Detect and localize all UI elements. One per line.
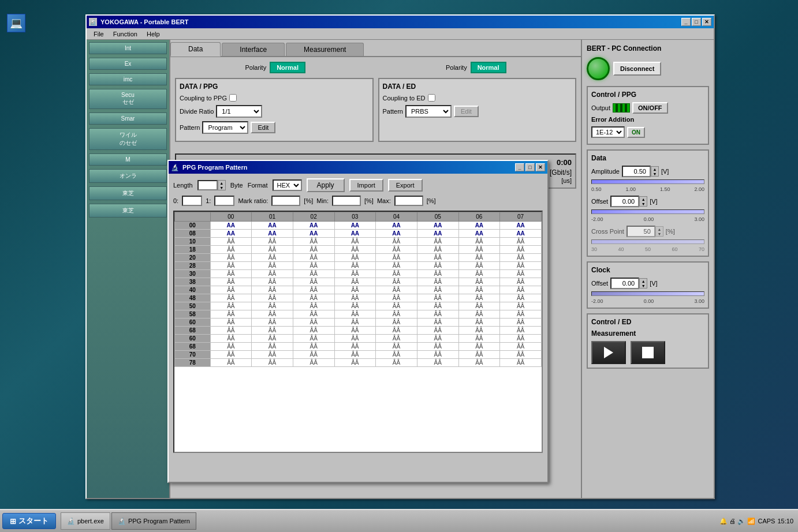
cell-6-4[interactable]: ÂÂ — [376, 270, 417, 278]
length-down[interactable]: ▼ — [218, 185, 225, 190]
cell-1-0[interactable]: AA — [210, 230, 252, 238]
cell-9-1[interactable]: ÂÂ — [252, 294, 293, 302]
ed-pattern-select[interactable]: PRBS — [405, 105, 452, 118]
cross-slider[interactable] — [591, 239, 704, 244]
cell-2-1[interactable]: ÂÂ — [252, 238, 293, 246]
cell-10-3[interactable]: ÂÂ — [334, 302, 376, 310]
divide-ratio-select[interactable]: 1/1 — [216, 105, 262, 118]
ed-edit-btn[interactable]: Edit — [454, 106, 479, 117]
cell-15-0[interactable]: ÂÂ — [210, 343, 252, 351]
cell-3-6[interactable]: ÂÂ — [458, 246, 500, 254]
tab-measurement[interactable]: Measurement — [286, 43, 364, 56]
cell-12-7[interactable]: ÂÂ — [500, 319, 542, 327]
cell-9-3[interactable]: ÂÂ — [334, 294, 376, 302]
menu-file[interactable]: File — [89, 29, 109, 39]
cell-9-6[interactable]: ÂÂ — [458, 294, 500, 302]
cell-15-5[interactable]: ÂÂ — [417, 343, 458, 351]
length-input[interactable]: 16 — [197, 180, 218, 190]
desktop-icon-1[interactable]: 💻 — [5, 12, 28, 36]
minimize-button[interactable]: _ — [681, 18, 691, 26]
cell-3-1[interactable]: ÂÂ — [252, 246, 293, 254]
cell-8-0[interactable]: ÂÂ — [210, 286, 252, 294]
cell-11-4[interactable]: ÂÂ — [376, 310, 417, 319]
cell-17-6[interactable]: ÂÂ — [458, 359, 500, 367]
cell-1-2[interactable]: AA — [293, 230, 334, 238]
cell-10-0[interactable]: ÂÂ — [210, 302, 252, 310]
cell-15-1[interactable]: ÂÂ — [252, 343, 293, 351]
pattern-grid[interactable]: 00 01 02 03 04 05 06 07 — [173, 211, 543, 453]
cell-1-1[interactable]: AA — [252, 230, 293, 238]
cell-4-1[interactable]: ÂÂ — [252, 254, 293, 262]
cell-1-5[interactable]: AA — [417, 230, 458, 238]
cell-6-5[interactable]: ÂÂ — [417, 270, 458, 278]
cell-10-6[interactable]: ÂÂ — [458, 302, 500, 310]
taskbar-item-pbert[interactable]: 🔬 pbert.exe — [61, 512, 110, 530]
cell-2-6[interactable]: ÂÂ — [458, 238, 500, 246]
maximize-button[interactable]: □ — [692, 18, 701, 26]
amplitude-slider[interactable] — [591, 179, 704, 184]
cell-5-3[interactable]: ÂÂ — [334, 262, 376, 270]
dialog-maximize-btn[interactable]: □ — [525, 163, 535, 171]
cell-10-1[interactable]: ÂÂ — [252, 302, 293, 310]
cell-7-2[interactable]: ÂÂ — [293, 278, 334, 286]
cell-10-2[interactable]: ÂÂ — [293, 302, 334, 310]
cell-0-5[interactable]: AA — [417, 222, 458, 230]
cell-12-5[interactable]: ÂÂ — [417, 319, 458, 327]
cell-2-7[interactable]: ÂÂ — [500, 238, 542, 246]
cell-12-6[interactable]: ÂÂ — [458, 319, 500, 327]
cell-5-7[interactable]: ÂÂ — [500, 262, 542, 270]
cell-4-6[interactable]: ÂÂ — [458, 254, 500, 262]
cell-16-6[interactable]: ÂÂ — [458, 351, 500, 359]
cell-14-1[interactable]: ÂÂ — [252, 335, 293, 343]
polarity-right-btn[interactable]: Normal — [471, 62, 506, 73]
cell-6-7[interactable]: ÂÂ — [500, 270, 542, 278]
sidebar-btn-toshibaB[interactable]: 東芝 — [89, 204, 167, 218]
ppg-edit-btn[interactable]: Edit — [251, 122, 275, 133]
cell-10-4[interactable]: ÂÂ — [376, 302, 417, 310]
cell-10-5[interactable]: ÂÂ — [417, 302, 458, 310]
cell-15-2[interactable]: ÂÂ — [293, 343, 334, 351]
cross-up[interactable]: ▲ — [656, 227, 663, 231]
apply-button[interactable]: Apply — [307, 178, 345, 192]
cell-5-5[interactable]: ÂÂ — [417, 262, 458, 270]
cell-8-7[interactable]: ÂÂ — [500, 286, 542, 294]
taskbar-item-ppg[interactable]: 🔬 PPG Program Pattern — [111, 512, 196, 530]
import-button[interactable]: Import — [349, 179, 383, 192]
cell-7-6[interactable]: ÂÂ — [458, 278, 500, 286]
cell-15-6[interactable]: ÂÂ — [458, 343, 500, 351]
cell-11-2[interactable]: ÂÂ — [293, 310, 334, 319]
menu-help[interactable]: Help — [142, 29, 165, 39]
cell-13-7[interactable]: ÂÂ — [500, 327, 542, 335]
cell-5-0[interactable]: ÂÂ — [210, 262, 252, 270]
cell-7-3[interactable]: ÂÂ — [334, 278, 376, 286]
cell-7-0[interactable]: ÂÂ — [210, 278, 252, 286]
cell-17-2[interactable]: ÂÂ — [293, 359, 334, 367]
cell-3-5[interactable]: ÂÂ — [417, 246, 458, 254]
tab-data[interactable]: Data — [170, 42, 221, 57]
cell-16-2[interactable]: ÂÂ — [293, 351, 334, 359]
cell-2-0[interactable]: ÂÂ — [210, 238, 252, 246]
cell-5-4[interactable]: ÂÂ — [376, 262, 417, 270]
cell-12-1[interactable]: ÂÂ — [252, 319, 293, 327]
cell-7-5[interactable]: ÂÂ — [417, 278, 458, 286]
error-select[interactable]: 1E-12 — [591, 126, 625, 138]
cell-14-5[interactable]: ÂÂ — [417, 335, 458, 343]
cell-9-5[interactable]: ÂÂ — [417, 294, 458, 302]
cell-14-2[interactable]: ÂÂ — [293, 335, 334, 343]
cell-4-7[interactable]: ÂÂ — [500, 254, 542, 262]
cell-13-5[interactable]: ÂÂ — [417, 327, 458, 335]
clock-down[interactable]: ▼ — [640, 283, 647, 288]
sidebar-btn-smar[interactable]: Smar — [89, 113, 167, 125]
stop-button[interactable] — [631, 341, 665, 364]
cell-2-4[interactable]: ÂÂ — [376, 238, 417, 246]
cell-17-4[interactable]: ÂÂ — [376, 359, 417, 367]
cell-3-3[interactable]: ÂÂ — [334, 246, 376, 254]
cell-10-7[interactable]: ÂÂ — [500, 302, 542, 310]
amplitude-down[interactable]: ▼ — [651, 171, 658, 176]
cell-4-0[interactable]: ÂÂ — [210, 254, 252, 262]
cell-3-4[interactable]: ÂÂ — [376, 246, 417, 254]
sidebar-btn-int[interactable]: Int — [89, 42, 167, 54]
cell-0-4[interactable]: AA — [376, 222, 417, 230]
cell-14-4[interactable]: ÂÂ — [376, 335, 417, 343]
cell-6-6[interactable]: ÂÂ — [458, 270, 500, 278]
